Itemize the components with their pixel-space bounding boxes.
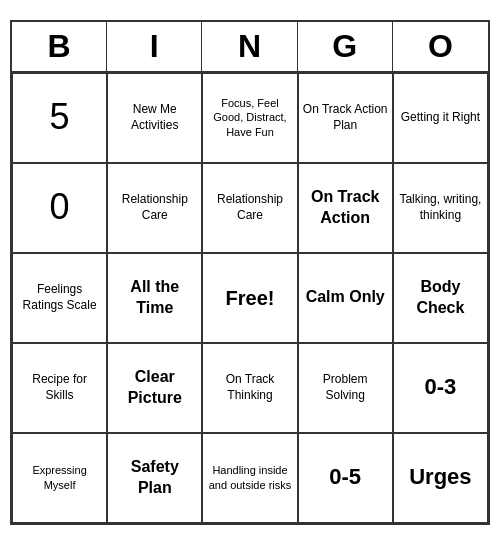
header-letter: B bbox=[12, 22, 107, 71]
bingo-cell: 0-3 bbox=[393, 343, 488, 433]
header-letter: O bbox=[393, 22, 488, 71]
bingo-grid: 5New Me ActivitiesFocus, Feel Good, Dist… bbox=[12, 73, 488, 523]
header-letter: N bbox=[202, 22, 297, 71]
bingo-cell: Relationship Care bbox=[202, 163, 297, 253]
bingo-cell: Handling inside and outside risks bbox=[202, 433, 297, 523]
bingo-cell: Talking, writing, thinking bbox=[393, 163, 488, 253]
bingo-cell: Body Check bbox=[393, 253, 488, 343]
bingo-cell: Recipe for Skills bbox=[12, 343, 107, 433]
header-letter: I bbox=[107, 22, 202, 71]
bingo-cell: On Track Action Plan bbox=[298, 73, 393, 163]
header-letter: G bbox=[298, 22, 393, 71]
bingo-cell: Urges bbox=[393, 433, 488, 523]
bingo-cell: Focus, Feel Good, Distract, Have Fun bbox=[202, 73, 297, 163]
bingo-cell: All the Time bbox=[107, 253, 202, 343]
bingo-cell: On Track Thinking bbox=[202, 343, 297, 433]
bingo-cell: Feelings Ratings Scale bbox=[12, 253, 107, 343]
bingo-cell: On Track Action bbox=[298, 163, 393, 253]
bingo-cell: Clear Picture bbox=[107, 343, 202, 433]
bingo-cell: 0 bbox=[12, 163, 107, 253]
bingo-cell: Getting it Right bbox=[393, 73, 488, 163]
bingo-header: BINGO bbox=[12, 22, 488, 73]
bingo-cell: Relationship Care bbox=[107, 163, 202, 253]
bingo-cell: Problem Solving bbox=[298, 343, 393, 433]
bingo-card: BINGO 5New Me ActivitiesFocus, Feel Good… bbox=[10, 20, 490, 525]
bingo-cell: 0-5 bbox=[298, 433, 393, 523]
bingo-cell: 5 bbox=[12, 73, 107, 163]
bingo-cell: Calm Only bbox=[298, 253, 393, 343]
bingo-cell: Free! bbox=[202, 253, 297, 343]
bingo-cell: New Me Activities bbox=[107, 73, 202, 163]
bingo-cell: Safety Plan bbox=[107, 433, 202, 523]
bingo-cell: Expressing Myself bbox=[12, 433, 107, 523]
